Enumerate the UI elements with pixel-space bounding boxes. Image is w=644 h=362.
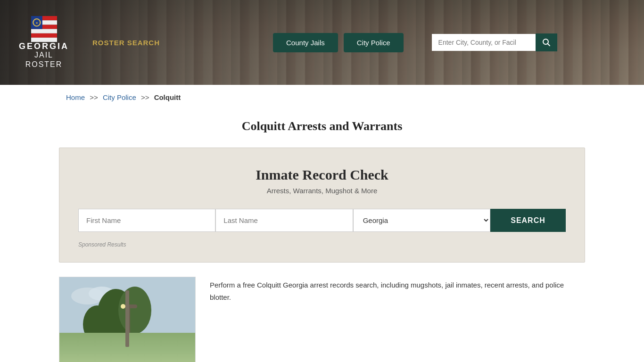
svg-point-23 [121,304,125,309]
svg-line-12 [547,44,550,46]
inmate-record-section: Inmate Record Check Arrests, Warrants, M… [59,148,585,263]
header-search-input[interactable] [432,34,536,51]
breadcrumb-sep-2: >> [141,93,149,101]
bottom-section: Perform a free Colquitt Georgia arrest r… [59,277,585,362]
first-name-input[interactable] [78,209,215,232]
roster-search-link[interactable]: ROSTER SEARCH [92,39,160,47]
breadcrumb-city-police[interactable]: City Police [103,93,136,101]
search-icon [542,38,551,47]
svg-rect-21 [128,305,130,353]
inmate-search-form: AlabamaAlaskaArizonaArkansasCaliforniaCo… [78,209,566,232]
logo-roster-text: ROSTER [25,60,63,69]
page-title: Colquitt Arrests and Warrants [0,119,644,133]
svg-rect-20 [116,343,140,362]
county-jails-button[interactable]: County Jails [273,33,338,52]
svg-rect-5 [31,29,57,33]
breadcrumb-sep-1: >> [90,93,98,101]
site-header: ★ GEORGIA JAIL ROSTER ROSTER SEARCH Coun… [0,0,644,85]
svg-rect-3 [31,33,57,38]
svg-text:★: ★ [35,21,38,25]
svg-rect-19 [59,348,196,362]
header-search-button[interactable] [536,33,557,51]
city-description: Perform a free Colquitt Georgia arrest r… [210,277,585,303]
state-select[interactable]: AlabamaAlaskaArizonaArkansasCaliforniaCo… [353,209,490,232]
city-scene-svg [59,277,196,362]
inmate-section-subtitle: Arrests, Warrants, Mugshot & More [78,187,566,195]
breadcrumb-current: Colquitt [154,93,181,101]
inmate-search-button[interactable]: SEARCH [490,209,566,232]
georgia-state-icon: ★ [31,16,57,42]
header-search-area [432,33,557,51]
logo-jail-text: JAIL [34,50,53,59]
breadcrumb: Home >> City Police >> Colquitt [0,85,644,110]
last-name-input[interactable] [215,209,353,232]
sponsored-label: Sponsored Results [78,241,566,248]
nav-buttons: County Jails City Police [273,33,404,52]
page-title-area: Colquitt Arrests and Warrants [0,110,644,148]
breadcrumb-home[interactable]: Home [66,93,85,101]
city-police-button[interactable]: City Police [344,33,404,52]
svg-point-17 [118,287,151,334]
main-nav: ROSTER SEARCH County Jails City Police [92,33,625,52]
logo-georgia-text: GEORGIA [19,42,69,50]
inmate-section-title: Inmate Record Check [78,167,566,183]
svg-point-18 [83,305,111,343]
logo-area: ★ GEORGIA JAIL ROSTER [19,16,69,68]
city-image [59,277,196,362]
